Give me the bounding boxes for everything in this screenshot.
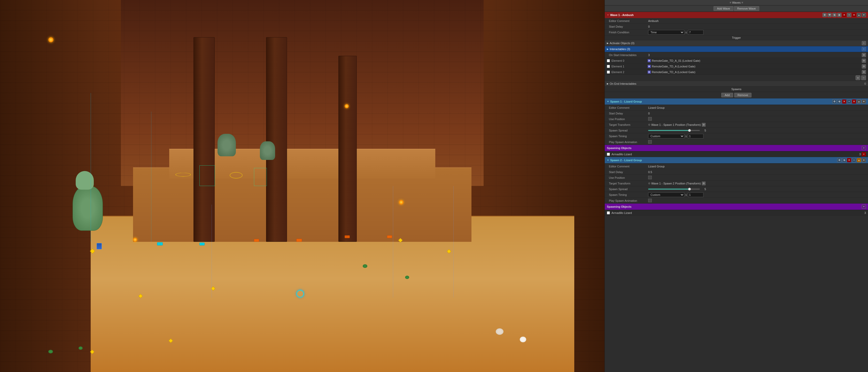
interactables-add-icon[interactable]: + (862, 47, 866, 51)
spawn2-warning-icon[interactable]: ▲ (857, 158, 861, 162)
spawn1-transform-btn[interactable]: ⚙ (702, 123, 706, 127)
element-0-settings-icon[interactable]: ⚙ (862, 59, 866, 63)
spawn2-transform-btn[interactable]: ⚙ (702, 182, 706, 185)
on-start-add-btn[interactable]: + (856, 75, 860, 80)
spawn2-header[interactable]: ▼ Spawn 2 - Lizard Group ⚙ ⧉ ✕ + ▲ ▼ (605, 157, 868, 163)
spawn1-close-icon[interactable]: ✕ (852, 99, 856, 103)
spawns-remove-btn[interactable]: Remove (734, 93, 751, 97)
element-0-actions: ⚙ (862, 59, 866, 63)
spawn2-transform-text: Wave 1 - Spawn 2 Position (Transform) (651, 182, 701, 185)
spawn1-play-anim-toggle[interactable] (648, 140, 652, 144)
spawn2-add-icon[interactable]: + (852, 158, 856, 162)
spawn1-add-icon[interactable]: + (847, 99, 851, 103)
wave1-settings-icon[interactable]: ⚙ (823, 13, 827, 17)
element-2-value: ■ RemoteGate_TD_A (Locked Gate) (648, 70, 862, 74)
element-2-text: RemoteGate_TD_A (Locked Gate) (652, 70, 695, 74)
spawn2-timing-num-input[interactable] (688, 192, 704, 197)
spawn2-header-left: ▼ Spawn 2 - Lizard Group (607, 159, 642, 162)
wave1-close-icon[interactable]: ✕ (852, 13, 856, 17)
on-end-right: 0 (864, 82, 866, 85)
spawn2-spread-track (648, 189, 700, 190)
remove-wave-button[interactable]: Remove Wave (734, 6, 759, 11)
spawns-add-btn[interactable]: Add (721, 93, 733, 97)
element-2-settings-icon[interactable]: ⚙ (862, 70, 866, 74)
element-1-checkbox[interactable] (607, 65, 610, 68)
activate-objects-add-icon[interactable]: + (862, 41, 866, 45)
on-start-settings-icon[interactable]: ⚙ (862, 53, 866, 57)
spawn1-header[interactable]: ▼ Spawn 1 - Lizard Group ⚙ ⧉ ✕ + ✕ ▲ ▼ (605, 98, 868, 105)
spawn1-spawning-remove-icon[interactable]: ✕ (862, 152, 866, 156)
spawn2-spawning-checkbox[interactable] (607, 211, 610, 214)
spawn2-use-position-toggle[interactable] (648, 176, 652, 179)
wave1-copy-icon[interactable]: ⧉ (832, 13, 836, 17)
right-panel: = Waves = Add Wave Remove Wave ▼ Wave 1 … (604, 0, 868, 372)
spawn2-title: Spawn 2 - Lizard Group (610, 159, 642, 162)
spawn2-timing-select[interactable]: Custom (648, 192, 684, 197)
interactables-header[interactable]: ▶ Interactables (3) + (605, 46, 868, 52)
spawn1-spread-slider[interactable]: 5 (648, 129, 866, 132)
wave1-start-delay-row: Start Delay 0 (605, 24, 868, 29)
spawns-toolbar: Add Remove (605, 92, 868, 98)
add-wave-button[interactable]: Add Wave (714, 6, 733, 11)
spawn2-spawning-objects-header[interactable]: Spawning Objects + (605, 204, 868, 210)
spawn1-down-icon[interactable]: ▼ (862, 99, 866, 103)
spawn2-copy-icon[interactable]: ⧉ (842, 158, 846, 162)
element-1-actions: ⚙ (862, 64, 866, 68)
spawn2-triangle: ▼ (607, 159, 609, 161)
activate-objects-right: + (862, 41, 866, 45)
spawn2-target-transform-value: ⊙ Wave 1 - Spawn 2 Position (Transform) … (648, 182, 866, 185)
spawn2-use-position-label: Use Position (607, 176, 648, 179)
wave1-up-icon[interactable]: ▲ (857, 13, 861, 17)
wave1-down-icon[interactable]: ▼ (862, 13, 866, 17)
spawn2-play-anim-toggle[interactable] (648, 199, 652, 202)
element-1-row: Element 1 ■ RemoteGate_TD_A (Locked Gate… (605, 64, 868, 69)
spawn1-up-icon[interactable]: ▲ (857, 99, 861, 103)
interactables-triangle: ▶ (607, 48, 609, 51)
trigger-header: Trigger (605, 35, 868, 40)
on-start-remove-btn[interactable]: − (861, 75, 866, 80)
spawn1-delete-icon[interactable]: ✕ (842, 99, 846, 103)
on-end-interactables-header[interactable]: ▶ On End Interactables 0 (605, 81, 868, 87)
wave1-eye-icon[interactable]: 👁 (828, 13, 832, 17)
spawn2-play-anim-row: Play Spawn Animation (605, 198, 868, 204)
element-2-checkbox[interactable] (607, 70, 610, 74)
element-1-settings-icon[interactable]: ⚙ (862, 64, 866, 68)
spawn2-spawning-count: 3 (858, 211, 866, 214)
spawn1-spawning-checkbox[interactable] (607, 153, 610, 156)
wave1-delete-icon[interactable]: ✕ (842, 13, 846, 17)
spawn2-spread-slider[interactable]: 5 (648, 188, 866, 191)
spawn1-start-delay-label: Start Delay (607, 112, 648, 115)
spawn1-spread-value: 5 (701, 129, 706, 132)
spawn2-down-icon[interactable]: ▼ (862, 158, 866, 162)
spawn1-spawning-objects-header[interactable]: Spawning Objects + (605, 145, 868, 151)
spawn1-start-delay-row: Start Delay 0 (605, 111, 868, 116)
element-1-text: RemoteGate_TD_A (Locked Gate) (652, 65, 695, 68)
spawn1-timing-row: Custom s (648, 134, 866, 138)
activate-objects-header[interactable]: ▶ Activate Objects (0) + (605, 40, 868, 46)
spawn2-spawning-add-icon[interactable]: + (862, 205, 866, 209)
spawn2-spread-thumb[interactable] (688, 188, 691, 190)
spawn1-settings-icon[interactable]: ⚙ (832, 99, 836, 103)
spawn1-spawning-add-icon[interactable]: + (862, 146, 866, 150)
spawn1-timing-select[interactable]: Custom (648, 134, 684, 138)
spawn1-spread-thumb[interactable] (688, 129, 691, 132)
spawn2-settings-icon[interactable]: ⚙ (837, 158, 841, 162)
activate-objects-label: Activate Objects (0) (610, 41, 634, 45)
wave1-editor-comment-row: Editor Comment Ambush (605, 18, 868, 24)
spawn2-spawning-objects-label: Spawning Objects (607, 205, 631, 208)
spawn2-play-anim-label: Play Spawn Animation (607, 199, 648, 202)
spawn1-copy-icon[interactable]: ⧉ (837, 99, 841, 103)
wave1-finish-num-input[interactable] (688, 30, 704, 35)
spawn2-delete-icon[interactable]: ✕ (847, 158, 851, 162)
spawn1-spawning-row: Armadillo Lizard 3 ✕ (605, 151, 868, 157)
viewport-3d[interactable] (0, 0, 604, 372)
wave1-header[interactable]: ▼ Wave 1 - Ambush ⚙ 👁 ⧉ ⊞ ✕ + ✕ ▲ ▼ (605, 12, 868, 18)
element-1-label: Element 1 (612, 65, 648, 68)
element-0-checkbox[interactable] (607, 59, 610, 62)
wave1-paste-icon[interactable]: ⊞ (837, 13, 841, 17)
wave1-add-icon[interactable]: + (847, 13, 851, 17)
spawn1-timing-num-input[interactable] (688, 134, 704, 138)
wave1-finish-condition-select[interactable]: Time (648, 30, 684, 35)
spawn1-spawn-spread-value: 5 (648, 129, 866, 132)
spawn1-use-position-toggle[interactable] (648, 117, 652, 121)
